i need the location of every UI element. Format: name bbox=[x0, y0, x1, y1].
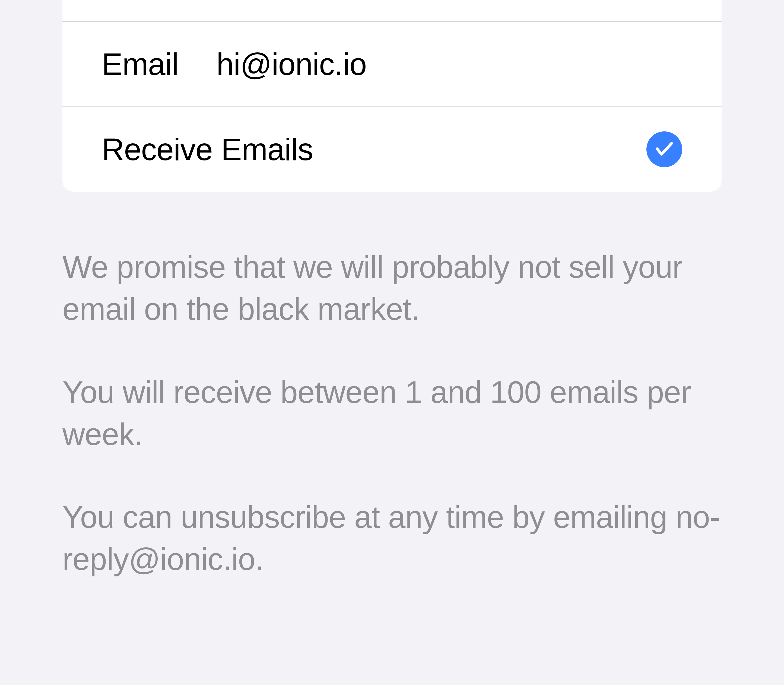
email-row[interactable]: Email hi@ionic.io bbox=[62, 22, 722, 106]
email-row-content: Email hi@ionic.io bbox=[102, 46, 682, 82]
checkmark-icon bbox=[653, 138, 675, 161]
divider-row bbox=[62, 0, 722, 22]
receive-emails-row[interactable]: Receive Emails bbox=[62, 106, 722, 192]
description-text: We promise that we will probably not sel… bbox=[0, 192, 784, 581]
description-paragraph-1: We promise that we will probably not sel… bbox=[62, 246, 722, 330]
settings-card: Email hi@ionic.io Receive Emails bbox=[62, 0, 722, 192]
email-value: hi@ionic.io bbox=[217, 46, 367, 82]
settings-panel: Email hi@ionic.io Receive Emails We prom… bbox=[0, 0, 784, 685]
receive-emails-label: Receive Emails bbox=[102, 131, 313, 167]
description-paragraph-3: You can unsubscribe at any time by email… bbox=[62, 496, 722, 581]
description-paragraph-2: You will receive between 1 and 100 email… bbox=[62, 371, 722, 456]
email-label: Email bbox=[102, 46, 178, 82]
receive-emails-checkbox[interactable] bbox=[646, 131, 682, 167]
receive-emails-content: Receive Emails bbox=[102, 131, 682, 167]
